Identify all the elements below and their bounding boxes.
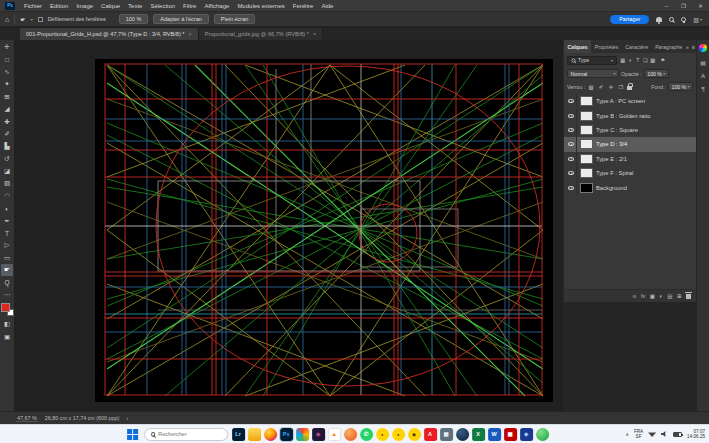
visibility-toggle[interactable] [566,94,577,108]
fill-select[interactable]: 100 % ▾ [668,82,693,91]
move-tool[interactable]: ✛ [1,41,13,53]
panel-overflow-icon[interactable]: » [686,44,689,50]
restore-button[interactable]: ❐ [675,3,692,9]
edit-toolbar-button[interactable]: ⋯ [1,289,13,301]
hand-tool-icon[interactable]: ☛ [20,16,25,23]
volume-icon[interactable] [661,431,668,437]
layer-thumbnail[interactable] [580,183,593,193]
quick-mask-button[interactable]: ◧ [1,318,13,330]
character-panel-icon[interactable]: A [701,73,705,79]
layer-thumbnail[interactable] [580,111,593,121]
yellow-app-1[interactable]: ● [376,428,389,441]
dodge-tool[interactable]: ◐ [1,202,13,214]
battery-icon[interactable] [673,432,682,437]
close-button[interactable]: ✕ [692,3,709,9]
layer-row[interactable]: Background [564,180,696,194]
purple-app[interactable]: ◆ [312,428,325,441]
share-button[interactable]: Partager [610,15,649,24]
photoshop-logo[interactable]: Ps [5,2,15,10]
red-grid-app[interactable]: ▦ [504,428,517,441]
new-layer-icon[interactable]: ⊞ [677,293,682,299]
filter-shape-layers-icon[interactable]: ❏ [642,57,650,63]
status-chevron-icon[interactable]: › [126,415,128,421]
calculator-app[interactable]: ▦ [440,428,453,441]
home-icon[interactable]: ⌂ [5,16,9,23]
status-zoom-field[interactable]: 47,67 % [16,415,38,422]
lock-artboard-icon[interactable]: ❐ [617,84,625,90]
tab-close-icon[interactable]: × [189,31,192,37]
healing-brush-tool[interactable]: ✚ [1,115,13,127]
panel-tab[interactable]: Caractère [622,40,652,53]
clone-stamp-tool[interactable]: ▙ [1,140,13,152]
layer-thumbnail[interactable] [580,168,593,178]
lock-all-icon[interactable] [627,86,632,90]
menu-item[interactable]: Sélection [146,3,179,9]
path-selection-tool[interactable]: ▷ [1,239,13,251]
menu-item[interactable]: Calque [97,3,124,9]
acrobat-app[interactable]: A [424,428,437,441]
eyedropper-tool[interactable]: ◢ [1,103,13,115]
panel-menu-icon[interactable]: ≡ [692,44,695,50]
zoom-tool[interactable]: Q [1,276,13,288]
layer-effects-icon[interactable]: fx [641,293,645,299]
yellow-app-2[interactable]: ● [392,428,405,441]
windows-start-button[interactable] [127,429,138,440]
photos-app[interactable] [296,428,309,441]
filter-type-layers-icon[interactable]: T [634,57,642,63]
layer-row[interactable]: Type F : Spiral [564,166,696,180]
visibility-toggle[interactable] [566,180,577,194]
history-brush-tool[interactable]: ↺ [1,153,13,165]
visibility-toggle[interactable] [566,123,577,137]
blend-mode-select[interactable]: Normal ▾ [567,69,619,78]
notifications-bell-icon[interactable] [656,17,662,22]
layer-thumbnail[interactable] [580,154,593,164]
visibility-toggle[interactable] [566,166,577,180]
layer-filter-select[interactable]: Type ▾ [567,56,617,65]
eraser-tool[interactable]: ◪ [1,165,13,177]
yellow-app-3[interactable]: ◉ [408,428,421,441]
language-indicator[interactable]: FRA SF [634,429,643,440]
panel-tab[interactable]: Propriétés [591,40,622,53]
options-button[interactable]: Plein écran [214,14,256,24]
visibility-toggle[interactable] [566,137,577,151]
options-button[interactable]: Adapter à l'écran [153,14,208,24]
layer-mask-icon[interactable]: ▣ [650,293,655,299]
document-canvas[interactable] [95,59,553,402]
color-panel-icon[interactable] [699,44,707,52]
lock-position-icon[interactable]: ✛ [607,84,615,90]
layer-row[interactable]: Type E : 2/1 [564,152,696,166]
clock[interactable]: 07:07 14.06.25 [687,429,705,440]
layer-thumbnail[interactable] [580,139,593,149]
paragraph-panel-icon[interactable]: ¶ [701,86,704,92]
vlc-app[interactable]: ▲ [328,428,341,441]
opacity-select[interactable]: 100 % ▾ [644,69,669,78]
brush-tool[interactable]: ✐ [1,128,13,140]
gradient-tool[interactable]: ▧ [1,177,13,189]
firefox-app[interactable] [264,428,277,441]
filter-smart-objects-icon[interactable]: ▩ [649,57,657,63]
menu-item[interactable]: Filtre [179,3,200,9]
photoshop-app[interactable]: Ps [280,428,293,441]
tray-expand-icon[interactable]: ∧ [626,432,629,437]
visibility-toggle[interactable] [566,108,577,122]
menu-item[interactable]: Affichage [200,3,233,9]
blue-app[interactable]: ◈ [520,428,533,441]
hand-tool[interactable]: ☛ [1,264,13,276]
adjustment-layer-icon[interactable]: ◐ [659,293,662,299]
menu-item[interactable]: Fenêtre [289,3,318,9]
taskbar-search[interactable] [144,428,228,441]
panel-tab[interactable]: Calques [564,40,591,53]
lock-pixels-icon[interactable]: ✐ [597,84,605,90]
delete-layer-icon[interactable] [686,294,691,299]
search-input[interactable] [158,431,220,437]
workspace-switcher[interactable]: ▥ ▾ [693,16,702,23]
minimize-button[interactable]: – [658,3,675,9]
shape-tool[interactable]: ▭ [1,252,13,264]
layer-row[interactable]: Type C : Square [564,123,696,137]
tab-close-icon[interactable]: × [313,31,316,37]
layer-row[interactable]: Type B : Golden ratio [564,108,696,122]
pen-tool[interactable]: ✒ [1,214,13,226]
menu-item[interactable]: Edition [46,3,72,9]
crop-tool[interactable]: ⊞ [1,91,13,103]
filter-pixel-layers-icon[interactable]: ▦ [619,57,627,63]
